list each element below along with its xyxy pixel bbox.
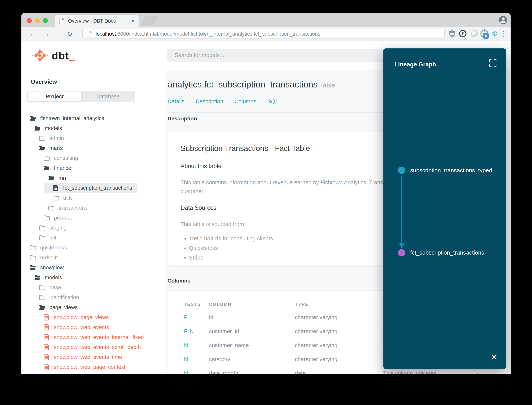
tree-item-label: snowplow_web_events_time — [54, 354, 122, 360]
tab-close-icon[interactable]: × — [131, 18, 135, 24]
tree-item-label: identification — [49, 294, 79, 301]
forward-button[interactable]: → — [43, 27, 50, 41]
tab-strip: Overview - DBT Docs × — [21, 13, 511, 27]
tests-cell: N — [184, 370, 209, 374]
folder-open-icon — [34, 274, 40, 281]
lineage-node-upstream[interactable]: subscription_transactions_typed — [398, 167, 492, 174]
ublock-extension-icon[interactable]: uO — [448, 30, 456, 38]
tests-cell: F N — [184, 328, 209, 335]
tree-item[interactable]: utils — [21, 193, 166, 203]
power-extension-icon[interactable]: x — [480, 30, 488, 38]
tab-database[interactable]: Database — [81, 92, 135, 101]
tree-item[interactable]: marts — [21, 143, 166, 153]
browser-tab[interactable]: Overview - DBT Docs × — [55, 15, 139, 27]
snowflake-extension-icon[interactable]: ❄ — [492, 30, 499, 38]
tree-item[interactable]: base — [21, 283, 166, 292]
tree-item[interactable]: snowplow_page_views — [21, 312, 166, 322]
column-header: TESTS — [184, 302, 209, 307]
tree-item[interactable]: util — [21, 233, 166, 243]
tree-item[interactable]: models — [21, 123, 166, 133]
node-dot — [398, 249, 405, 256]
reload-button[interactable]: ↻ — [67, 27, 72, 41]
tree-item[interactable]: models — [21, 273, 166, 283]
model-nav: DetailsDescriptionColumnsSQL — [168, 98, 278, 105]
folder-closed-icon — [43, 155, 50, 161]
tree-item[interactable]: identification — [21, 292, 166, 302]
tree-item[interactable]: snowplow_web_page_context — [21, 362, 166, 372]
dbt-logo[interactable] — [31, 47, 49, 65]
fullscreen-icon[interactable] — [489, 59, 497, 68]
browser-profile-avatar[interactable] — [499, 16, 507, 25]
tree-item[interactable]: snowplow_web_events_internal_fixed — [21, 332, 166, 342]
minimize-window-button[interactable] — [35, 18, 40, 23]
back-button[interactable]: ← — [29, 27, 36, 41]
column-header: TYPE — [295, 302, 383, 307]
column-type-cell: date — [295, 370, 383, 374]
onepassword-extension-icon[interactable] — [459, 30, 466, 38]
tree-item[interactable]: mrr — [21, 173, 166, 183]
dbt-wordmark: dbt_ — [52, 49, 75, 62]
tree-item-label: snowplow_page_views — [54, 314, 109, 320]
close-lineage-icon[interactable]: ✕ — [491, 353, 498, 362]
model-nav-link[interactable]: Details — [168, 98, 184, 105]
tree-item-label: fct_subscription_transactions — [63, 185, 132, 191]
folder-open-icon — [48, 175, 54, 181]
close-window-button[interactable] — [27, 18, 32, 23]
row-expand-chevron-icon[interactable]: › — [476, 370, 479, 374]
tree-item-label: marts — [49, 145, 63, 151]
page-favicon-icon — [59, 18, 65, 24]
tree-item[interactable]: fishtown_internal_analytics — [21, 113, 166, 123]
tree-item[interactable]: page_views — [21, 302, 166, 312]
svg-text:uO: uO — [450, 32, 454, 35]
folder-closed-icon — [39, 284, 45, 291]
tree-item[interactable]: redshift — [21, 253, 166, 263]
folder-closed-icon — [29, 254, 36, 261]
tree-item[interactable]: snowplow_web_events — [21, 322, 166, 332]
node-label: fct_subscription_transactions — [410, 250, 484, 256]
description-section-heading: Description — [168, 116, 197, 122]
page-icon — [87, 31, 92, 37]
url-text: localhost:8080/index.html#!/model/model.… — [96, 31, 320, 37]
folder-closed-icon — [43, 215, 50, 221]
tree-item[interactable]: snowplow — [21, 263, 166, 273]
tree-item-label: product — [54, 215, 72, 221]
new-tab-button[interactable] — [141, 16, 158, 25]
folder-closed-icon — [39, 235, 45, 241]
node-dot — [398, 167, 405, 174]
folder-closed-icon — [39, 294, 45, 301]
tab-project[interactable]: Project — [28, 92, 81, 101]
tree-item[interactable]: finance — [21, 163, 166, 173]
tree-item-label: utils — [63, 195, 73, 201]
tree-item[interactable]: fct_subscription_transactions — [21, 183, 166, 193]
folder-open-icon — [29, 115, 36, 122]
tree-item[interactable]: staging — [21, 223, 166, 233]
model-nav-link[interactable]: Columns — [234, 98, 256, 105]
model-nav-link[interactable]: Description — [196, 98, 223, 105]
grey-extension-icon[interactable] — [470, 30, 478, 38]
tree-item[interactable]: product — [21, 213, 166, 223]
tree-item[interactable]: transactions — [21, 203, 166, 213]
tree-item-label: staging — [49, 225, 66, 231]
lineage-node-current[interactable]: fct_subscription_transactions — [398, 249, 484, 256]
tree-item[interactable]: consulting — [21, 153, 166, 163]
overview-link[interactable]: Overview — [31, 79, 57, 85]
model-file-icon — [43, 354, 50, 360]
extension-badge: x — [483, 33, 489, 39]
lineage-graph-panel: Lineage Graph subscription_transactions_… — [383, 48, 506, 369]
maximize-window-button[interactable] — [43, 18, 48, 23]
tree-item-label: transactions — [59, 205, 87, 211]
address-bar[interactable]: localhost:8080/index.html#!/model/model.… — [82, 29, 445, 39]
folder-open-icon — [39, 304, 45, 311]
file-tree: fishtown_internal_analytics models — [21, 113, 166, 372]
model-nav-link[interactable]: SQL — [267, 98, 278, 105]
tree-item[interactable]: admin — [21, 133, 166, 143]
tree-item[interactable]: quickbooks — [21, 243, 166, 253]
browser-menu-icon[interactable]: ⋮ — [499, 30, 507, 38]
column-name-cell: customer_id — [209, 328, 295, 335]
lineage-edge-arrowhead — [399, 243, 404, 249]
tree-item[interactable]: snowplow_web_events_scroll_depth — [21, 342, 166, 352]
page-title: analytics.fct_subscription_transactionst… — [168, 79, 335, 90]
folder-open-icon — [34, 125, 40, 131]
tree-item[interactable]: snowplow_web_events_time — [21, 352, 166, 362]
tree-item-label: finance — [54, 165, 71, 171]
